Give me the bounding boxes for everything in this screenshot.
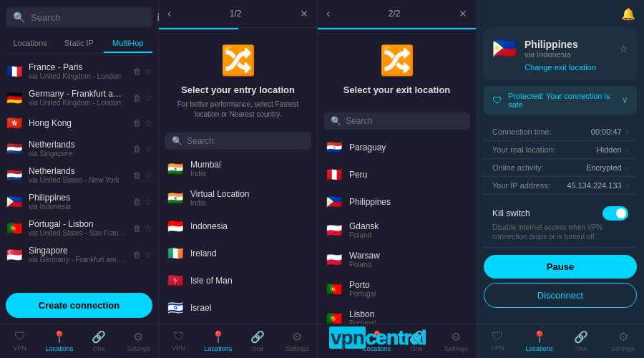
list-item[interactable]: 🇵🇹 Porto Portugal <box>318 274 476 304</box>
search-input-entry[interactable] <box>187 136 304 146</box>
delete-icon[interactable]: 🗑 <box>133 93 142 103</box>
list-item[interactable]: 🇮🇳 Mumbai India <box>159 154 317 183</box>
nav-settings[interactable]: ⚙ Settings <box>278 327 317 355</box>
nav-label: Locations <box>205 345 233 352</box>
nav-one[interactable]: 🔗 One <box>560 327 602 355</box>
star-icon[interactable]: ☆ <box>145 93 152 103</box>
list-item[interactable]: 🇭🇰 Hong Kong 🗑 ☆ <box>0 111 158 135</box>
nav-label: Locations <box>46 345 74 352</box>
change-exit-button[interactable]: Change exit location <box>492 63 628 72</box>
nav-locations[interactable]: 📍 Locations <box>39 327 79 355</box>
create-connection-button[interactable]: Create connection <box>6 293 152 318</box>
list-item[interactable]: 🇮🇳 Virtual Location India <box>159 183 317 213</box>
real-location-row[interactable]: Your real location: Hidden › <box>484 141 637 159</box>
search-bar-exit[interactable]: 🔍 <box>323 112 470 130</box>
row-chevron-icon: › <box>626 182 628 190</box>
nav-vpn[interactable]: 🛡 VPN <box>159 327 198 355</box>
back-arrow-icon[interactable]: ‹ <box>167 7 171 20</box>
list-item[interactable]: 🇵🇭 Philippines via Indonesia 🗑 ☆ <box>0 188 158 215</box>
nav-locations[interactable]: 📍 Locations <box>198 327 238 355</box>
list-item[interactable]: 🇵🇹 Portugal - Lisbon via United States -… <box>0 215 158 241</box>
ip-address-row[interactable]: Your IP address: 45.134.224.133 › <box>484 177 637 195</box>
chevron-down-icon[interactable]: ∨ <box>622 95 628 105</box>
list-item[interactable]: 🇵🇪 Peru <box>318 161 476 188</box>
bell-icon[interactable]: 🔔 <box>621 7 635 21</box>
list-item[interactable]: 🇮🇲 Isle of Man <box>159 267 317 294</box>
list-item[interactable]: 🇵🇹 Lisbon Portugal <box>318 304 476 324</box>
ip-address-label: Your IP address: <box>492 181 567 190</box>
list-item[interactable]: 🇵🇱 Gdansk Poland <box>318 216 476 245</box>
loc-sub: via Indonesia <box>29 203 127 211</box>
delete-icon[interactable]: 🗑 <box>133 67 142 77</box>
nav-one[interactable]: 🔗 One <box>238 327 278 355</box>
search-bar-entry[interactable]: 🔍 <box>165 132 311 150</box>
delete-icon[interactable]: 🗑 <box>133 250 142 260</box>
star-icon[interactable]: ☆ <box>145 144 152 154</box>
country-sub: Poland <box>349 231 467 239</box>
search-input-exit[interactable] <box>346 116 463 126</box>
protection-status-bar[interactable]: 🛡 Protected: Your connection is safe ∨ <box>484 86 637 115</box>
online-activity-row[interactable]: Online activity: Encrypted › <box>484 159 637 177</box>
panel-multihop-locations: 🔍 ℹ Locations Static IP MultiHop 🇫🇷 Fran… <box>0 0 159 358</box>
search-input[interactable] <box>31 12 151 23</box>
star-icon[interactable]: ☆ <box>145 67 152 77</box>
star-icon[interactable]: ☆ <box>145 223 152 233</box>
nav-vpn[interactable]: 🛡 VPN <box>0 327 39 355</box>
panel-exit-location: ‹ 2/2 ✕ 🔀 Select your exit location 🔍 🇵🇾… <box>318 0 477 358</box>
tab-locations[interactable]: Locations <box>6 34 54 53</box>
hero-section: 🔀 Select your entry location For better … <box>159 29 317 128</box>
close-icon[interactable]: ✕ <box>300 8 308 19</box>
favorite-star-icon[interactable]: ☆ <box>619 43 628 54</box>
nav-vpn[interactable]: 🛡 VPN <box>318 327 357 355</box>
nav-label: Settings <box>127 345 150 352</box>
list-item[interactable]: 🇳🇱 Netherlands via United States - New Y… <box>0 162 158 188</box>
star-icon[interactable]: ☆ <box>145 250 152 260</box>
list-item[interactable]: 🇵🇱 Warsaw Poland <box>318 245 476 274</box>
delete-icon[interactable]: 🗑 <box>133 144 142 154</box>
online-activity-label: Online activity: <box>492 163 586 172</box>
nav-settings[interactable]: ⚙ Settings <box>119 327 158 355</box>
list-item[interactable]: 🇸🇬 Singapore via Germany - Frankfurt am … <box>0 241 158 268</box>
delete-icon[interactable]: 🗑 <box>133 223 142 233</box>
list-item[interactable]: 🇮🇪 Ireland <box>159 240 317 267</box>
list-item[interactable]: 🇮🇩 Indonesia <box>159 213 317 240</box>
connection-time-row[interactable]: Connection time: 00:00:47 › <box>484 123 637 141</box>
nav-settings[interactable]: ⚙ Settings <box>602 327 645 355</box>
list-item[interactable]: 🇫🇷 France - Paris via United Kingdom - L… <box>0 58 158 84</box>
shield-status-icon: 🛡 <box>492 95 502 106</box>
hero-title: Select your entry location <box>181 84 295 95</box>
back-arrow-icon[interactable]: ‹ <box>326 7 330 20</box>
country-name: Paraguay <box>349 142 467 153</box>
shield-icon: 🛡 <box>14 330 26 343</box>
nav-label: One <box>575 345 587 352</box>
disconnect-button[interactable]: Disconnect <box>484 283 637 308</box>
pause-button[interactable]: Pause <box>484 255 637 279</box>
star-icon[interactable]: ☆ <box>145 118 152 128</box>
flag-france: 🇫🇷 <box>6 64 23 79</box>
star-icon[interactable]: ☆ <box>145 197 152 207</box>
nav-locations[interactable]: 📍 Locations <box>519 327 561 355</box>
nav-locations[interactable]: 📍 Locations <box>357 327 396 355</box>
list-item[interactable]: 🇵🇾 Paraguay <box>318 134 476 161</box>
nav-vpn[interactable]: 🛡 VPN <box>477 327 519 355</box>
list-item[interactable]: 🇳🇱 Netherlands via Singapore 🗑 ☆ <box>0 135 158 162</box>
tab-multihop[interactable]: MultiHop <box>104 34 152 53</box>
nav-settings[interactable]: ⚙ Settings <box>436 327 476 355</box>
list-item[interactable]: 🇩🇪 Germany - Frankfurt am ... via United… <box>0 84 158 111</box>
kill-switch-toggle[interactable] <box>602 206 628 221</box>
nav-one[interactable]: 🔗 One <box>397 327 436 355</box>
search-bar[interactable]: 🔍 ℹ <box>6 7 152 27</box>
nav-one[interactable]: 🔗 One <box>79 327 119 355</box>
star-icon[interactable]: ☆ <box>145 170 152 180</box>
tab-static-ip[interactable]: Static IP <box>54 34 103 53</box>
country-sub: India <box>190 199 308 207</box>
connection-time-label: Connection time: <box>492 127 591 136</box>
close-icon[interactable]: ✕ <box>459 8 467 19</box>
nav-label: Settings <box>611 345 635 352</box>
delete-icon[interactable]: 🗑 <box>133 197 142 207</box>
list-item[interactable]: 🇮🇱 Israel <box>159 294 317 321</box>
delete-icon[interactable]: 🗑 <box>133 170 142 180</box>
list-item[interactable]: 🇵🇭 Philippines <box>318 188 476 216</box>
delete-icon[interactable]: 🗑 <box>133 118 142 128</box>
loc-sub: via United Kingdom - London <box>29 99 127 107</box>
